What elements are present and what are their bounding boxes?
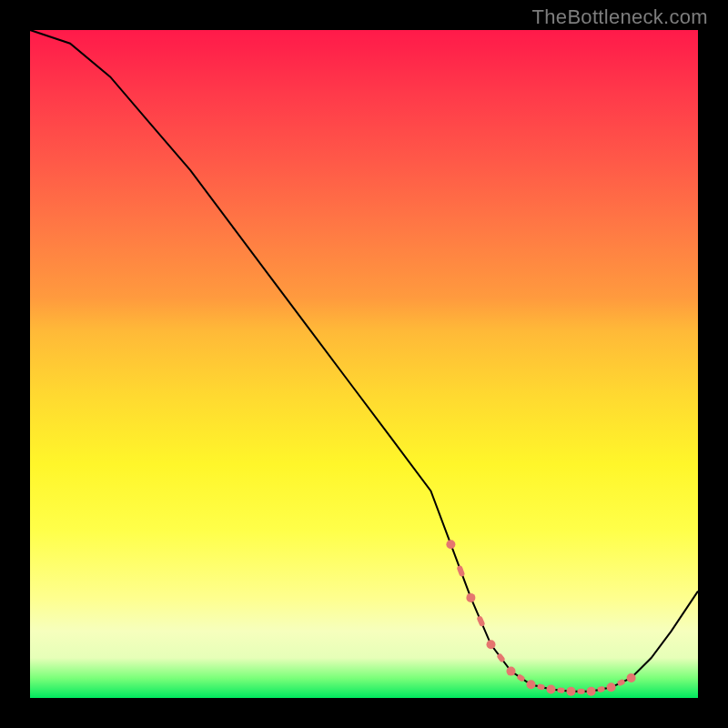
highlight-dot bbox=[547, 685, 556, 694]
highlight-dash bbox=[520, 677, 521, 679]
highlight-dot bbox=[507, 667, 516, 676]
highlight-dash bbox=[460, 569, 461, 574]
highlight-dot bbox=[607, 682, 616, 692]
bottleneck-curve bbox=[30, 30, 698, 692]
highlight-dot bbox=[466, 593, 475, 602]
highlight-dot bbox=[627, 673, 636, 682]
highlight-dot bbox=[527, 680, 536, 689]
highlight-region bbox=[446, 540, 635, 696]
highlight-dash bbox=[540, 687, 541, 688]
highlight-dash bbox=[480, 619, 481, 623]
highlight-dash bbox=[601, 689, 602, 690]
highlight-dash bbox=[500, 657, 501, 660]
highlight-dash bbox=[621, 682, 622, 683]
highlight-dot bbox=[487, 640, 496, 649]
chart-overlay bbox=[30, 30, 698, 698]
highlight-dot bbox=[587, 687, 596, 696]
highlight-dot bbox=[446, 540, 455, 549]
watermark-text: TheBottleneck.com bbox=[532, 5, 708, 29]
highlight-dot bbox=[567, 687, 576, 696]
